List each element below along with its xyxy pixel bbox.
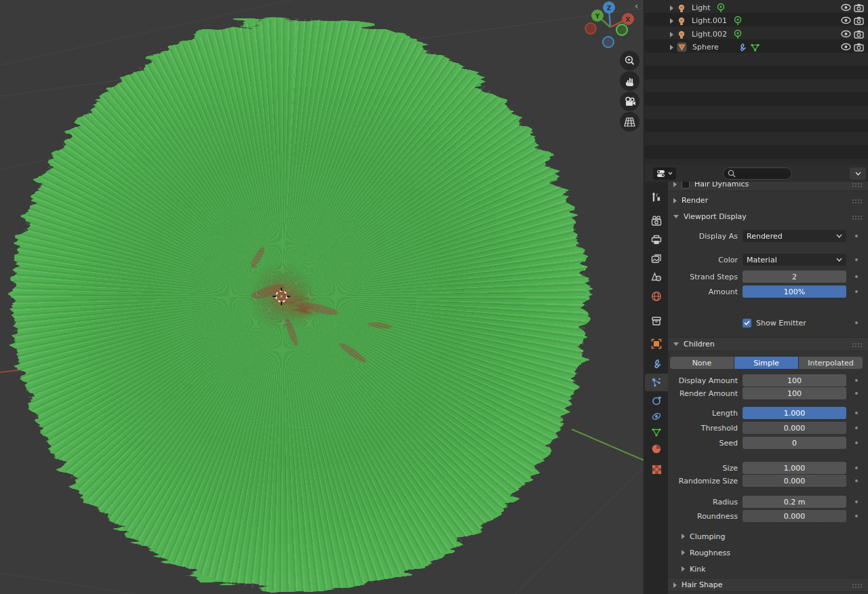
hide-viewport-icon[interactable] bbox=[841, 30, 851, 38]
tab-render[interactable] bbox=[645, 212, 668, 229]
perspective-toggle-button[interactable] bbox=[620, 112, 639, 132]
hide-viewport-icon[interactable] bbox=[841, 16, 851, 24]
length-slider[interactable]: 1.000 bbox=[743, 407, 846, 419]
tool-icon bbox=[651, 192, 662, 203]
particle-system-icon bbox=[750, 43, 760, 52]
panel-hair-shape[interactable]: Hair Shape bbox=[668, 578, 868, 592]
size-field[interactable]: 1.000 bbox=[743, 462, 846, 474]
tab-tool[interactable] bbox=[645, 189, 668, 206]
hide-viewport-icon[interactable] bbox=[841, 43, 851, 51]
tab-object-data[interactable] bbox=[645, 423, 668, 441]
outliner-row-light001[interactable]: Light.001 bbox=[645, 14, 868, 27]
strand-steps-field[interactable]: 2 bbox=[743, 271, 846, 283]
object-name[interactable]: Sphere bbox=[692, 43, 719, 52]
pan-button[interactable] bbox=[620, 71, 639, 91]
animate-decorator[interactable] bbox=[855, 321, 858, 324]
collapse-region-icon[interactable]: ‹ bbox=[635, 1, 638, 11]
outliner[interactable]: Light bbox=[645, 0, 868, 165]
object-name[interactable]: Light.002 bbox=[692, 30, 727, 39]
expand-icon bbox=[682, 550, 685, 555]
animate-decorator[interactable] bbox=[855, 392, 858, 395]
disable-render-icon[interactable] bbox=[854, 16, 864, 25]
color-dropdown[interactable]: Material bbox=[743, 254, 846, 266]
tab-output[interactable] bbox=[645, 231, 668, 248]
hair-dynamics-checkbox[interactable] bbox=[682, 182, 690, 189]
amount-row: Amount 100% bbox=[668, 285, 868, 298]
scene-icon bbox=[651, 272, 662, 282]
filter-options-button[interactable] bbox=[850, 167, 866, 180]
animate-decorator[interactable] bbox=[855, 467, 858, 469]
panel-viewport-display[interactable]: Viewport Display bbox=[668, 210, 868, 224]
animate-decorator[interactable] bbox=[855, 379, 858, 382]
drag-handle[interactable] bbox=[852, 583, 862, 588]
tab-particles[interactable] bbox=[645, 374, 668, 391]
expand-icon[interactable] bbox=[670, 5, 673, 11]
subpanel-kink[interactable]: Kink bbox=[668, 563, 868, 575]
display-as-dropdown[interactable]: Rendered bbox=[743, 230, 846, 242]
tab-scene[interactable] bbox=[645, 268, 668, 285]
drag-handle[interactable] bbox=[852, 182, 862, 187]
search-input[interactable] bbox=[723, 167, 792, 180]
object-name[interactable]: Light bbox=[692, 3, 710, 12]
display-as-row: Display As Rendered bbox=[668, 230, 868, 242]
animate-decorator[interactable] bbox=[855, 427, 858, 429]
animate-decorator[interactable] bbox=[855, 275, 858, 278]
constraints-icon bbox=[651, 411, 662, 422]
expand-icon[interactable] bbox=[670, 45, 673, 50]
tab-modifiers[interactable] bbox=[645, 355, 668, 373]
tab-texture[interactable] bbox=[645, 460, 668, 478]
expand-icon[interactable] bbox=[670, 18, 673, 24]
animate-decorator[interactable] bbox=[855, 290, 858, 293]
tab-world[interactable] bbox=[645, 288, 668, 305]
tab-material[interactable] bbox=[645, 440, 668, 458]
collapse-icon bbox=[673, 342, 679, 346]
children-mode-interpolated[interactable]: Interpolated bbox=[799, 357, 863, 369]
zoom-button[interactable] bbox=[620, 51, 639, 71]
animate-decorator[interactable] bbox=[855, 479, 858, 482]
panel-children[interactable]: Children bbox=[668, 337, 868, 351]
tab-object[interactable] bbox=[645, 335, 668, 353]
animate-decorator[interactable] bbox=[855, 441, 858, 444]
radius-field[interactable]: 0.2 m bbox=[743, 496, 846, 508]
render-amount-field[interactable]: 100 bbox=[743, 387, 846, 399]
subpanel-roughness[interactable]: Roughness bbox=[668, 547, 868, 559]
randomize-size-field[interactable]: 0.000 bbox=[743, 475, 846, 487]
display-amount-field[interactable]: 100 bbox=[743, 374, 846, 387]
disable-render-icon[interactable] bbox=[854, 30, 864, 39]
light-data-icon bbox=[716, 3, 726, 14]
subpanel-title: Kink bbox=[690, 565, 706, 574]
subpanel-clumping[interactable]: Clumping bbox=[668, 530, 868, 542]
animate-decorator[interactable] bbox=[855, 500, 858, 503]
drag-handle[interactable] bbox=[852, 199, 862, 203]
tab-view-layer[interactable] bbox=[645, 250, 668, 267]
drag-handle[interactable] bbox=[852, 215, 862, 220]
tab-collection[interactable] bbox=[645, 312, 668, 330]
outliner-row-sphere[interactable]: Sphere bbox=[645, 41, 868, 54]
panel-hair-dynamics[interactable]: Hair Dynamics bbox=[668, 182, 868, 191]
panel-render[interactable]: Render bbox=[668, 193, 868, 207]
children-mode-none[interactable]: None bbox=[670, 357, 734, 369]
animate-decorator[interactable] bbox=[855, 515, 858, 517]
outliner-row-light[interactable]: Light bbox=[645, 1, 868, 14]
editor-type-button[interactable] bbox=[653, 167, 676, 180]
animate-decorator[interactable] bbox=[855, 235, 858, 237]
outliner-row-light002[interactable]: Light.002 bbox=[645, 28, 868, 41]
disable-render-icon[interactable] bbox=[854, 43, 864, 52]
object-name[interactable]: Light.001 bbox=[692, 16, 727, 25]
amount-slider[interactable]: 100% bbox=[743, 285, 846, 298]
hide-viewport-icon[interactable] bbox=[841, 3, 851, 12]
animate-decorator[interactable] bbox=[855, 412, 858, 414]
right-panel: Light bbox=[645, 0, 868, 594]
animate-decorator[interactable] bbox=[855, 258, 858, 261]
show-emitter-checkbox[interactable] bbox=[743, 319, 751, 328]
children-mode-simple[interactable]: Simple bbox=[734, 357, 798, 369]
drag-handle[interactable] bbox=[852, 342, 862, 347]
camera-view-button[interactable] bbox=[620, 92, 639, 111]
roundness-field[interactable]: 0.000 bbox=[743, 510, 846, 522]
viewport-3d[interactable]: Z Y X ‹ bbox=[0, 0, 644, 594]
disable-render-icon[interactable] bbox=[854, 3, 864, 12]
modifiers-wrench-icon bbox=[651, 359, 662, 370]
expand-icon[interactable] bbox=[670, 32, 673, 37]
seed-field[interactable]: 0 bbox=[743, 437, 846, 449]
threshold-field[interactable]: 0.000 bbox=[743, 422, 846, 434]
